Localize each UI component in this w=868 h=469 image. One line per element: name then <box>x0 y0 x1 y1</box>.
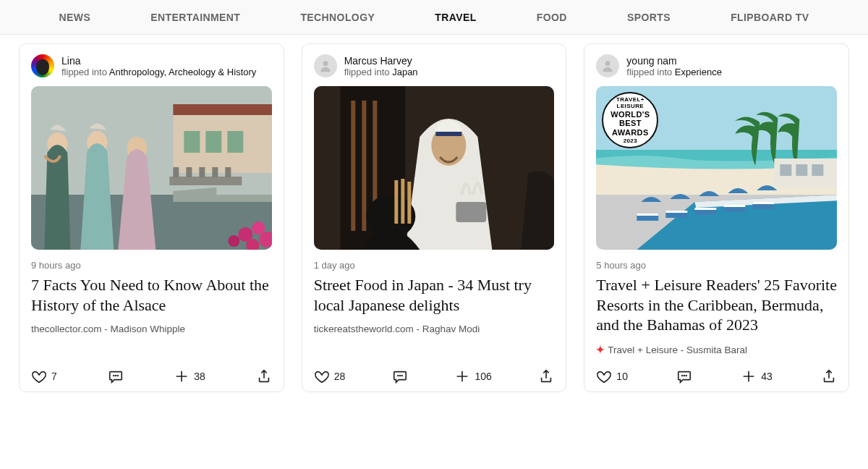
heart-icon <box>314 368 330 384</box>
avatar[interactable] <box>31 54 54 77</box>
article-byline: tickereatstheworld.com - Raghav Modi <box>314 324 555 334</box>
bolt-icon: ✦ <box>596 345 605 355</box>
svg-rect-4 <box>205 131 221 153</box>
flipped-into-line[interactable]: flipped into Anthropology, Archeology & … <box>61 67 256 77</box>
svg-point-22 <box>115 375 116 376</box>
svg-point-21 <box>113 375 114 376</box>
author-row[interactable]: Lina flipped into Anthropology, Archeolo… <box>31 54 272 77</box>
nav-item-news[interactable]: NEWS <box>59 12 91 23</box>
article-image[interactable]: TRAVEL+ LEISURE WORLD'S BEST AWARDS 2023 <box>596 86 837 250</box>
svg-rect-7 <box>169 177 242 185</box>
share-button[interactable] <box>538 368 554 384</box>
svg-point-24 <box>323 61 328 66</box>
share-icon <box>256 368 272 384</box>
person-icon <box>318 59 333 73</box>
svg-point-38 <box>399 375 400 376</box>
nav-item-technology[interactable]: TECHNOLOGY <box>300 12 375 23</box>
comment-button[interactable] <box>392 368 408 384</box>
timestamp: 5 hours ago <box>596 260 837 271</box>
svg-point-37 <box>398 375 399 376</box>
svg-point-59 <box>686 375 686 376</box>
svg-rect-56 <box>753 202 775 204</box>
comment-button[interactable] <box>676 368 692 384</box>
svg-rect-8 <box>173 167 179 177</box>
svg-rect-50 <box>666 211 688 213</box>
svg-rect-48 <box>637 214 659 216</box>
category-nav: NEWS ENTERTAINMENT TECHNOLOGY TRAVEL FOO… <box>0 0 868 35</box>
comment-icon <box>676 368 692 384</box>
flip-button[interactable]: 43 <box>741 368 773 384</box>
svg-rect-11 <box>212 167 218 177</box>
heart-icon <box>31 368 47 384</box>
nav-item-flipboard-tv[interactable]: FLIPBOARD TV <box>731 12 809 23</box>
card-actions: 7 38 <box>31 368 272 384</box>
svg-rect-45 <box>796 164 808 176</box>
like-count: 7 <box>51 371 57 382</box>
heart-icon <box>596 368 612 384</box>
magazine-name: Anthropology, Archeology & History <box>109 67 257 77</box>
nav-item-entertainment[interactable]: ENTERTAINMENT <box>150 12 240 23</box>
avatar[interactable] <box>596 54 619 77</box>
flip-button[interactable]: 106 <box>454 368 491 384</box>
author-row[interactable]: Marcus Harvey flipped into Japan <box>314 54 555 77</box>
like-button[interactable]: 10 <box>596 368 628 384</box>
article-card[interactable]: young nam flipped into Experience <box>584 43 849 392</box>
author-name[interactable]: young nam <box>626 55 722 67</box>
svg-rect-32 <box>456 202 486 222</box>
card-actions: 28 106 <box>314 368 555 384</box>
nav-item-food[interactable]: FOOD <box>537 12 567 23</box>
like-button[interactable]: 7 <box>31 368 57 384</box>
svg-marker-6 <box>173 104 271 115</box>
article-image[interactable] <box>31 86 272 250</box>
flip-count: 43 <box>761 371 773 382</box>
svg-rect-9 <box>186 167 192 177</box>
article-title[interactable]: 7 Facts You Need to Know About the Histo… <box>31 275 272 315</box>
nav-item-sports[interactable]: SPORTS <box>627 12 671 23</box>
person-icon <box>600 59 615 73</box>
flip-button[interactable]: 38 <box>174 368 205 384</box>
svg-rect-52 <box>695 208 717 210</box>
nav-item-travel[interactable]: TRAVEL <box>435 12 476 23</box>
plus-icon <box>741 368 757 384</box>
svg-rect-35 <box>401 179 404 224</box>
card-grid: Lina flipped into Anthropology, Archeolo… <box>0 35 868 401</box>
svg-point-40 <box>605 61 610 66</box>
magazine-name: Experience <box>675 67 722 77</box>
timestamp: 9 hours ago <box>31 260 272 271</box>
like-count: 28 <box>334 371 346 382</box>
flipped-into-line[interactable]: flipped into Experience <box>626 67 722 77</box>
magazine-name: Japan <box>392 67 417 77</box>
author-row[interactable]: young nam flipped into Experience <box>596 54 837 77</box>
flipped-into-line[interactable]: flipped into Japan <box>344 67 418 77</box>
share-icon <box>821 368 837 384</box>
svg-rect-5 <box>227 131 243 153</box>
like-button[interactable]: 28 <box>314 368 346 384</box>
author-name[interactable]: Marcus Harvey <box>344 55 418 67</box>
card-actions: 10 43 <box>596 368 837 384</box>
like-count: 10 <box>616 371 628 382</box>
svg-rect-34 <box>394 180 398 224</box>
avatar[interactable] <box>314 54 337 77</box>
article-title[interactable]: Street Food in Japan - 34 Must try local… <box>314 275 555 315</box>
svg-rect-46 <box>812 164 824 176</box>
article-image[interactable] <box>314 86 555 250</box>
comment-button[interactable] <box>108 368 124 384</box>
share-button[interactable] <box>256 368 272 384</box>
author-name[interactable]: Lina <box>61 55 256 67</box>
share-icon <box>538 368 554 384</box>
share-button[interactable] <box>821 368 837 384</box>
svg-rect-27 <box>351 101 355 231</box>
comment-icon <box>392 368 408 384</box>
plus-icon <box>174 368 190 384</box>
svg-point-58 <box>684 375 685 376</box>
svg-point-39 <box>401 375 402 376</box>
svg-point-17 <box>252 221 265 234</box>
svg-rect-44 <box>780 164 792 176</box>
flip-count: 106 <box>475 371 491 382</box>
article-card[interactable]: Marcus Harvey flipped into Japan <box>302 43 567 392</box>
article-card[interactable]: Lina flipped into Anthropology, Archeolo… <box>19 43 284 392</box>
article-title[interactable]: Travel + Leisure Readers' 25 Favorite Re… <box>596 275 837 335</box>
svg-rect-36 <box>407 182 411 224</box>
svg-point-23 <box>117 375 118 376</box>
award-badge: TRAVEL+ LEISURE WORLD'S BEST AWARDS 2023 <box>602 92 658 148</box>
